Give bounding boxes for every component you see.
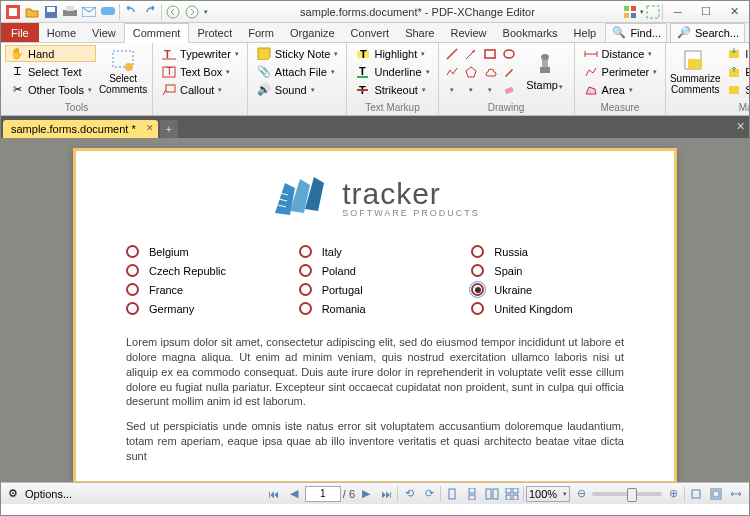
dd3[interactable]: ▾ bbox=[482, 81, 499, 98]
tab-organize[interactable]: Organize bbox=[282, 23, 343, 42]
perimeter-tool[interactable]: Perimeter▾ bbox=[579, 63, 662, 80]
sound-tool[interactable]: 🔊Sound▾ bbox=[252, 81, 343, 98]
tab-form[interactable]: Form bbox=[240, 23, 282, 42]
layout-facing-icon[interactable] bbox=[483, 486, 501, 502]
radio-row[interactable]: Poland bbox=[299, 264, 452, 277]
underline-tool[interactable]: TUnderline▾ bbox=[351, 63, 433, 80]
radio-button[interactable] bbox=[126, 264, 139, 277]
radio-button[interactable] bbox=[471, 264, 484, 277]
select-comments[interactable]: Select Comments bbox=[98, 45, 148, 99]
tab-close-icon[interactable]: ✕ bbox=[146, 123, 154, 133]
search-button[interactable]: 🔎Search... bbox=[670, 23, 745, 43]
tab-comment[interactable]: Comment bbox=[124, 23, 190, 43]
radio-row[interactable]: France bbox=[126, 283, 279, 296]
prev-page-button[interactable]: ◀ bbox=[285, 486, 303, 502]
radio-button[interactable] bbox=[471, 283, 484, 296]
tab-share[interactable]: Share bbox=[397, 23, 442, 42]
minimize-button[interactable]: ─ bbox=[665, 2, 691, 22]
email-icon[interactable] bbox=[81, 4, 97, 20]
radio-button[interactable] bbox=[126, 245, 139, 258]
radio-button[interactable] bbox=[126, 302, 139, 315]
radio-button[interactable] bbox=[471, 245, 484, 258]
close-button[interactable]: ✕ bbox=[721, 2, 747, 22]
dd1[interactable]: ▾ bbox=[444, 81, 461, 98]
fit-width-icon[interactable] bbox=[727, 486, 745, 502]
tab-convert[interactable]: Convert bbox=[343, 23, 398, 42]
hand-tool[interactable]: ✋Hand bbox=[5, 45, 96, 62]
sticky-note-tool[interactable]: Sticky Note▾ bbox=[252, 45, 343, 62]
radio-row[interactable]: Ukraine bbox=[471, 283, 624, 296]
summarize-comments[interactable]: Summarize Comments bbox=[670, 45, 720, 99]
zoom-out-button[interactable]: ⊖ bbox=[572, 486, 590, 502]
undo-icon[interactable] bbox=[123, 4, 139, 20]
rect-icon[interactable] bbox=[481, 45, 499, 62]
page-input[interactable] bbox=[305, 486, 341, 502]
fit-actual-icon[interactable] bbox=[687, 486, 705, 502]
other-tools[interactable]: ✂Other Tools▾ bbox=[5, 81, 96, 98]
radio-row[interactable]: Italy bbox=[299, 245, 452, 258]
fullscreen-icon[interactable] bbox=[646, 5, 660, 19]
export-comments[interactable]: Export bbox=[722, 63, 750, 80]
zoom-level[interactable]: 100%▾ bbox=[526, 486, 570, 502]
typewriter-tool[interactable]: TTypewriter▾ bbox=[157, 45, 243, 62]
save-icon[interactable] bbox=[43, 4, 59, 20]
zoom-in-button[interactable]: ⊕ bbox=[664, 486, 682, 502]
tab-file[interactable]: File bbox=[1, 23, 39, 42]
nav-forward-icon[interactable] bbox=[184, 4, 200, 20]
polygon-icon[interactable] bbox=[462, 63, 480, 80]
ui-options-icon[interactable] bbox=[623, 5, 637, 19]
radio-button[interactable] bbox=[299, 245, 312, 258]
oval-icon[interactable] bbox=[500, 45, 518, 62]
first-page-button[interactable]: ⏮ bbox=[265, 486, 283, 502]
dd2[interactable]: ▾ bbox=[463, 81, 480, 98]
tab-help[interactable]: Help bbox=[566, 23, 605, 42]
tab-home[interactable]: Home bbox=[39, 23, 84, 42]
radio-button[interactable] bbox=[299, 264, 312, 277]
find-button[interactable]: 🔍Find... bbox=[605, 23, 667, 43]
radio-button[interactable] bbox=[126, 283, 139, 296]
redo-icon[interactable] bbox=[142, 4, 158, 20]
layout-continuous-icon[interactable] bbox=[463, 486, 481, 502]
radio-button[interactable] bbox=[471, 302, 484, 315]
line-icon[interactable] bbox=[443, 45, 461, 62]
radio-row[interactable]: Russia bbox=[471, 245, 624, 258]
show-comments[interactable]: Show▾ bbox=[722, 81, 750, 98]
scan-icon[interactable] bbox=[100, 4, 116, 20]
attach-file-tool[interactable]: 📎Attach File▾ bbox=[252, 63, 343, 80]
nav-prev-view[interactable]: ⟲ bbox=[400, 486, 418, 502]
tabstrip-close-icon[interactable]: ✕ bbox=[736, 120, 745, 133]
open-icon[interactable] bbox=[24, 4, 40, 20]
radio-row[interactable]: United Kingdom bbox=[471, 302, 624, 315]
tab-protect[interactable]: Protect bbox=[189, 23, 240, 42]
next-page-button[interactable]: ▶ bbox=[357, 486, 375, 502]
radio-row[interactable]: Germany bbox=[126, 302, 279, 315]
layout-single-icon[interactable] bbox=[443, 486, 461, 502]
last-page-button[interactable]: ⏭ bbox=[377, 486, 395, 502]
polyline-icon[interactable] bbox=[443, 63, 461, 80]
radio-row[interactable]: Spain bbox=[471, 264, 624, 277]
radio-row[interactable]: Czech Republic bbox=[126, 264, 279, 277]
tab-review[interactable]: Review bbox=[442, 23, 494, 42]
highlight-tool[interactable]: THighlight▾ bbox=[351, 45, 433, 62]
zoom-slider[interactable] bbox=[592, 492, 662, 496]
shape-tools[interactable]: ▾ ▾ ▾ bbox=[443, 45, 518, 98]
layout-facing-cont-icon[interactable] bbox=[503, 486, 521, 502]
area-tool[interactable]: Area▾ bbox=[579, 81, 662, 98]
nav-back-icon[interactable] bbox=[165, 4, 181, 20]
maximize-button[interactable]: ☐ bbox=[693, 2, 719, 22]
radio-row[interactable]: Romania bbox=[299, 302, 452, 315]
pencil-icon[interactable] bbox=[500, 63, 518, 80]
strikeout-tool[interactable]: TStrikeout▾ bbox=[351, 81, 433, 98]
callout-tool[interactable]: Callout▾ bbox=[157, 81, 243, 98]
print-icon[interactable] bbox=[62, 4, 78, 20]
radio-button[interactable] bbox=[299, 302, 312, 315]
options-button[interactable]: Options... bbox=[25, 488, 72, 500]
qat-dropdown[interactable]: ▾ bbox=[204, 8, 208, 16]
select-text-tool[interactable]: ᏆSelect Text bbox=[5, 63, 96, 80]
nav-next-view[interactable]: ⟳ bbox=[420, 486, 438, 502]
stamp-tool[interactable]: Stamp▾ bbox=[520, 45, 570, 99]
distance-tool[interactable]: Distance▾ bbox=[579, 45, 662, 62]
tab-bookmarks[interactable]: Bookmarks bbox=[495, 23, 566, 42]
eraser-icon[interactable] bbox=[500, 81, 518, 98]
document-viewport[interactable]: tracker SOFTWARE PRODUCTS BelgiumItalyRu… bbox=[1, 138, 749, 482]
